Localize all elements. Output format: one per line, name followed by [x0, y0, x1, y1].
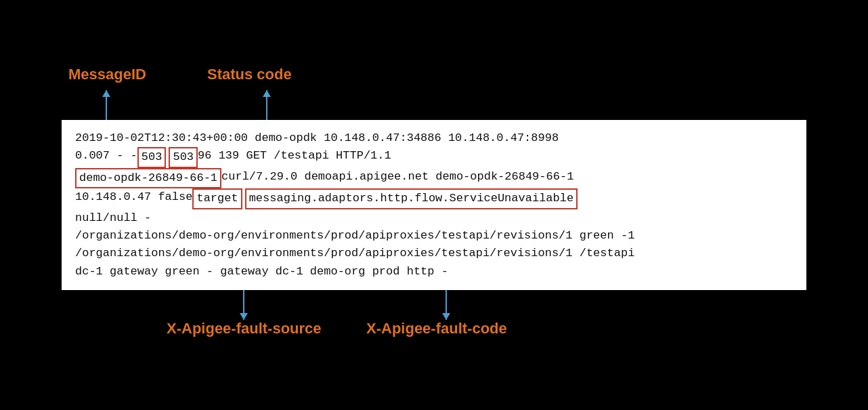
arrow-fault-code: [446, 290, 447, 320]
log-line2-pre: 0.007 - -: [75, 147, 137, 167]
log-line5-text: null/null -: [75, 209, 151, 227]
log-line2-post: 96 139 GET /testapi HTTP/1.1: [198, 147, 391, 167]
arrow-statuscode: [266, 90, 267, 120]
log-line-2: 0.007 - - 503 503 96 139 GET /testapi HT…: [75, 147, 793, 167]
log-line-3: demo-opdk-26849-66-1 curl/7.29.0 demoapi…: [75, 168, 793, 188]
label-fault-source: X-Apigee-fault-source: [167, 320, 322, 337]
fault-source-highlighted: target: [192, 188, 242, 209]
label-messageid: MessageID: [68, 66, 146, 83]
bottom-labels: X-Apigee-fault-source X-Apigee-fault-cod…: [62, 290, 806, 344]
label-fault-code: X-Apigee-fault-code: [366, 320, 507, 337]
log-line3-post: curl/7.29.0 demoapi.apigee.net demo-opdk…: [221, 168, 573, 188]
log-line-8: dc-1 gateway green - gateway dc-1 demo-o…: [75, 263, 793, 281]
log-line-1: 2019-10-02T12:30:43+00:00 demo-opdk 10.1…: [75, 129, 793, 147]
message-id-highlighted: demo-opdk-26849-66-1: [75, 168, 221, 188]
log-line-7: /organizations/demo-org/environments/pro…: [75, 245, 793, 262]
status-code-503a: 503: [137, 147, 167, 167]
fault-code-highlighted: messaging.adaptors.http.flow.ServiceUnav…: [245, 188, 578, 209]
arrow-fault-source: [243, 290, 244, 320]
log-line-4: 10.148.0.47 false target messaging.adapt…: [75, 188, 793, 209]
log-line-5: null/null -: [75, 209, 793, 227]
log-line7-text: /organizations/demo-org/environments/pro…: [75, 245, 634, 262]
log-line-6: /organizations/demo-org/environments/pro…: [75, 227, 793, 245]
status-code-503b: 503: [169, 147, 198, 167]
log-line6-text: /organizations/demo-org/environments/pro…: [75, 227, 634, 245]
arrow-messageid: [106, 90, 107, 120]
top-labels: MessageID Status code: [62, 66, 806, 120]
log-line1-text: 2019-10-02T12:30:43+00:00 demo-opdk 10.1…: [75, 129, 559, 147]
main-container: MessageID Status code 2019-10-02T12:30:4…: [0, 0, 868, 410]
label-statuscode: Status code: [207, 66, 292, 83]
log-content-box: 2019-10-02T12:30:43+00:00 demo-opdk 10.1…: [62, 120, 806, 290]
log-line8-text: dc-1 gateway green - gateway dc-1 demo-o…: [75, 263, 448, 281]
log-line4-pre: 10.148.0.47 false: [75, 188, 192, 209]
